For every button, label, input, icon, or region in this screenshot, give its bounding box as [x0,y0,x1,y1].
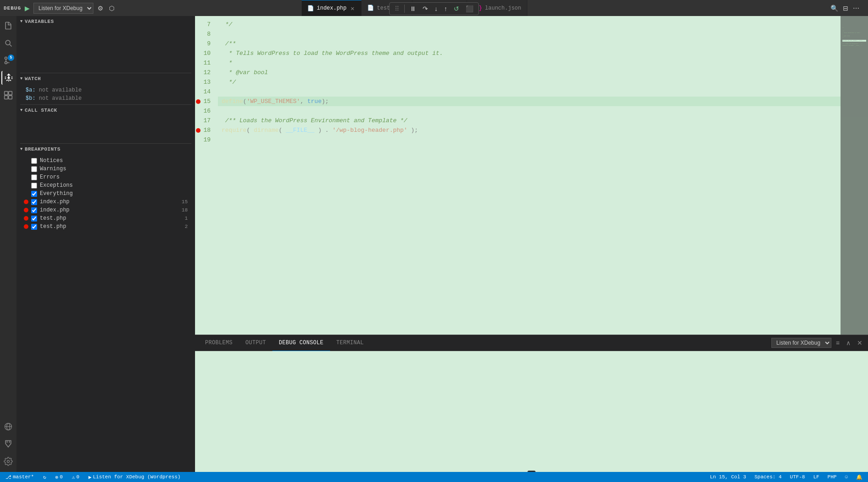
pause-button[interactable]: ⏸ [407,4,418,13]
activity-extensions[interactable] [1,88,15,102]
bp-checkbox-warnings[interactable] [31,166,37,172]
watch-header[interactable]: ▼ WATCH [16,73,195,84]
settings-icon[interactable]: ⚙ [96,3,105,13]
bp-checkbox-index18[interactable] [31,207,37,213]
status-notifications[interactable]: 🔔 [854,474,864,480]
bp-checkbox-errors[interactable] [31,174,37,180]
callstack-header[interactable]: ▼ CALL STACK [16,105,195,116]
ln-13: 13 [195,77,218,87]
step-over-button[interactable]: ↷ [420,4,430,13]
status-warnings[interactable]: ⚠ 0 [70,474,81,480]
status-line-ending[interactable]: LF [811,474,821,480]
breakpoints-section: ▼ BREAKPOINTS Notices Warnings [16,144,195,472]
panel-collapse-icon[interactable]: ∧ [844,338,852,347]
panel-tab-debug-console[interactable]: DEBUG CONSOLE [272,335,330,351]
status-position[interactable]: Ln 15, Col 3 [708,474,748,480]
restart-button[interactable]: ↺ [451,4,461,13]
svg-rect-6 [5,92,8,95]
editor-area: 7 8 9 10 11 12 13 14 15 16 17 18 19 [195,16,868,472]
panel-tab-terminal[interactable]: TERMINAL [330,335,370,351]
error-count: 0 [60,474,63,480]
status-language[interactable]: PHP [826,474,839,480]
code-punc5: ( [279,125,286,135]
expand-panel-icon[interactable]: › [527,471,536,472]
code-line-9: /** [218,39,841,49]
code-content[interactable]: */ /** * Tells WordPress to load the Wor… [218,16,841,335]
step-out-button[interactable]: ↑ [442,4,450,13]
debug-controls-toolbar: ⠿ ⏸ ↷ ↓ ↑ ↺ ⬛ [389,2,479,15]
panel-tab-problems[interactable]: PROBLEMS [199,335,239,351]
stop-button[interactable]: ⬛ [463,4,476,13]
svg-rect-8 [5,96,8,99]
bp-line-test1: 1 [184,216,188,221]
activity-settings[interactable] [1,455,15,468]
activity-files[interactable] [1,19,15,32]
status-encoding[interactable]: UTF-8 [788,474,807,480]
status-branch[interactable]: ⎇ master* [4,474,36,480]
tab-index-php[interactable]: 📄 index.php ✕ [302,0,362,16]
watch-item-a: $a: not available [16,86,195,94]
code-line-11: * [218,58,841,68]
tab-icon: 📄 [307,5,314,12]
spaces-label: Spaces: 4 [754,474,781,480]
more-actions-icon[interactable]: ⋯ [852,3,861,13]
status-bar: ⎇ master* ↻ ⊗ 0 ⚠ 0 ▶ Listen for XDebug … [0,472,868,482]
bp-checkbox-test1[interactable] [31,216,37,222]
status-errors[interactable]: ⊗ 0 [54,474,65,480]
panel-tab-output-label: OUTPUT [245,340,266,346]
svg-rect-9 [9,96,12,99]
variables-content [16,27,195,73]
svg-rect-7 [9,92,12,95]
code-punc2: , [300,97,308,106]
panel-tab-output[interactable]: OUTPUT [239,335,272,351]
bp-checkbox-exceptions[interactable] [31,183,37,189]
breakpoints-header[interactable]: ▼ BREAKPOINTS [16,144,195,155]
variables-label: VARIABLES [25,19,54,24]
ln-11: 11 [195,58,218,68]
debug-session-dropdown[interactable]: Listen for XDebug [33,3,93,14]
status-run[interactable]: ▶ Listen for XDebug (Wordpress) [87,474,182,480]
status-spaces[interactable]: Spaces: 4 [753,474,783,480]
bp-checkbox-index15[interactable] [31,199,37,205]
activity-remote[interactable] [1,420,15,433]
search-icon[interactable]: 🔍 [829,3,840,13]
svg-line-1 [10,44,11,46]
step-into-button[interactable]: ↓ [432,4,440,13]
code-text: /** Loads the WordPress Environment and … [222,116,407,125]
tab-icon: 📄 [367,5,374,11]
bp-checkbox-notices[interactable] [31,158,37,164]
bp-marker-15 [196,99,201,104]
activity-search[interactable] [1,36,15,50]
play-button[interactable]: ▶ [24,4,31,13]
bp-line-index15: 15 [182,199,188,205]
code-line-15: define('WP_USE_THEMES', true); [218,97,841,106]
activity-debug[interactable] [1,71,15,85]
panel: PROBLEMS OUTPUT DEBUG CONSOLE TERMINAL L… [195,335,868,472]
activity-testing[interactable] [1,437,15,451]
status-feedback[interactable]: ☺ [843,474,850,480]
split-editor-icon[interactable]: ⊟ [841,3,850,13]
bp-checkbox-everything[interactable] [31,191,37,197]
run-icon: ▶ [88,474,92,480]
svg-point-13 [7,460,10,463]
panel-filter-icon[interactable]: ≡ [834,338,841,347]
code-punc: ( [243,97,247,106]
status-sync[interactable]: ↻ [41,474,48,480]
code-line-17: /** Loads the WordPress Environment and … [218,116,841,125]
code-text: /** [222,39,236,49]
bp-line-test2: 2 [184,224,188,229]
panel-session-dropdown[interactable]: Listen for XDebug [771,338,831,348]
error-icon: ⊗ [55,474,59,480]
bp-file-index15: index.php 15 [16,198,195,206]
tab-close-button[interactable]: ✕ [349,4,356,13]
minimap-content: */ /** * Tells WordPress to load... * * … [841,16,868,48]
breakpoints-content: Notices Warnings Errors [16,155,195,233]
variables-header[interactable]: ▼ VARIABLES [16,16,195,27]
line-numbers: 7 8 9 10 11 12 13 14 15 16 17 18 19 [195,16,218,335]
panel-close-icon[interactable]: ✕ [855,338,864,347]
bp-checkbox-test2[interactable] [31,224,37,230]
code-const: __FILE__ [286,125,314,135]
language-label: PHP [828,474,837,480]
activity-git[interactable]: 5 [1,54,15,67]
open-editor-icon[interactable]: ⬡ [108,3,116,13]
